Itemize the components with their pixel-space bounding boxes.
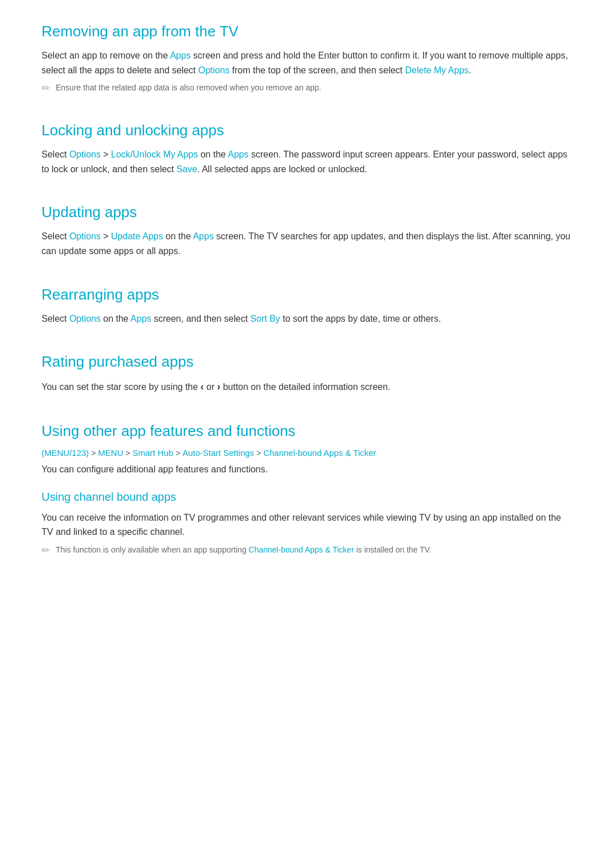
subsection-channel-bound: Using channel bound apps You can receive… — [42, 491, 572, 556]
link-smart-hub[interactable]: Smart Hub — [132, 448, 173, 458]
chevron-3: > — [176, 448, 182, 458]
link-menu[interactable]: MENU — [98, 448, 123, 458]
pencil-icon: ✏ — [42, 82, 50, 94]
section-title-other-features: Using other app features and functions — [42, 422, 572, 440]
chevron-2: > — [126, 448, 132, 458]
pencil-icon-2: ✏ — [42, 544, 50, 556]
chevron-1: > — [92, 448, 98, 458]
link-save[interactable]: Save — [176, 164, 197, 174]
link-menu-123[interactable]: (MENU/123) — [42, 448, 89, 458]
rearranging-body: Select Options on the Apps screen, and t… — [42, 312, 572, 326]
link-options-1[interactable]: Options — [198, 65, 230, 75]
other-features-body: You can configure additional app feature… — [42, 462, 572, 477]
link-options-4[interactable]: Options — [69, 314, 101, 323]
link-channel-bound-apps-ticker-1[interactable]: Channel-bound Apps & Ticker — [263, 448, 376, 458]
subsection-title-channel-bound: Using channel bound apps — [42, 491, 572, 504]
link-sort-by[interactable]: Sort By — [250, 314, 280, 323]
section-rearranging: Rearranging apps Select Options on the A… — [42, 286, 572, 326]
link-auto-start-settings[interactable]: Auto-Start Settings — [182, 448, 254, 458]
channel-bound-body: You can receive the information on TV pr… — [42, 510, 572, 539]
breadcrumb: (MENU/123) > MENU > Smart Hub > Auto-Sta… — [42, 448, 572, 458]
link-apps-2[interactable]: Apps — [228, 149, 248, 159]
right-arrow-icon: › — [217, 381, 221, 392]
channel-bound-note-text: This function is only available when an … — [56, 545, 432, 554]
section-other-features: Using other app features and functions (… — [42, 422, 572, 556]
section-removing: Removing an app from the TV Select an ap… — [42, 23, 572, 94]
section-rating: Rating purchased apps You can set the st… — [42, 353, 572, 395]
section-updating: Updating apps Select Options > Update Ap… — [42, 203, 572, 258]
section-title-locking: Locking and unlocking apps — [42, 122, 572, 139]
rating-body: You can set the star score by using the … — [42, 379, 572, 395]
section-locking: Locking and unlocking apps Select Option… — [42, 122, 572, 176]
section-title-removing: Removing an app from the TV — [42, 23, 572, 40]
link-channel-bound-apps-ticker-2[interactable]: Channel-bound Apps & Ticker — [248, 545, 354, 554]
removing-body: Select an app to remove on the Apps scre… — [42, 48, 572, 77]
channel-bound-note: ✏ This function is only available when a… — [42, 545, 572, 556]
link-apps-4[interactable]: Apps — [131, 314, 151, 323]
left-arrow-icon: ‹ — [201, 381, 204, 392]
link-delete-my-apps[interactable]: Delete My Apps — [405, 65, 469, 75]
removing-note: ✏ Ensure that the related app data is al… — [42, 83, 572, 94]
updating-body: Select Options > Update Apps on the Apps… — [42, 229, 572, 258]
section-title-rearranging: Rearranging apps — [42, 286, 572, 304]
link-apps-1[interactable]: Apps — [170, 51, 190, 60]
locking-body: Select Options > Lock/Unlock My Apps on … — [42, 147, 572, 176]
link-options-3[interactable]: Options — [69, 231, 101, 241]
link-apps-3[interactable]: Apps — [193, 231, 213, 241]
section-title-updating: Updating apps — [42, 203, 572, 221]
link-options-2[interactable]: Options — [69, 149, 101, 159]
link-update-apps[interactable]: Update Apps — [111, 231, 163, 241]
section-title-rating: Rating purchased apps — [42, 353, 572, 371]
link-lock-unlock[interactable]: Lock/Unlock My Apps — [111, 149, 198, 159]
removing-note-text: Ensure that the related app data is also… — [56, 83, 321, 92]
chevron-4: > — [256, 448, 263, 458]
